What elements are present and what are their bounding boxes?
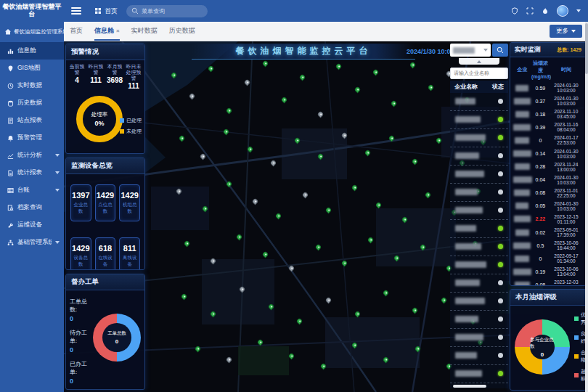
tab-信息舱[interactable]: 信息舱× <box>94 22 120 41</box>
map-pin-offline[interactable] <box>301 191 309 198</box>
company-row[interactable] <box>450 166 508 184</box>
sidebar-item-台账[interactable]: 台账 <box>0 181 64 199</box>
map-pin-offline[interactable] <box>189 93 196 100</box>
map-pin-offline[interactable] <box>270 160 277 167</box>
realtime-row[interactable]: 0.022023-09-01 17:39:00 <box>510 226 586 239</box>
map-pin-online[interactable] <box>401 216 408 223</box>
list-horizontal-scrollbar[interactable] <box>453 385 486 388</box>
company-name-input[interactable] <box>450 68 508 79</box>
menu-search-input[interactable]: 菜单查询 <box>126 5 208 17</box>
realtime-row[interactable]: 2.222023-12-15 01:11:00 <box>510 213 586 226</box>
company-row[interactable] <box>450 256 508 274</box>
company-row[interactable] <box>450 202 508 220</box>
map-pin-offline[interactable] <box>288 265 295 272</box>
realtime-row[interactable]: 0.192023-10-06 13:04:00 <box>510 265 586 278</box>
realtime-row[interactable]: 0.372024-01-30 10:03:00 <box>510 94 586 107</box>
flame-icon[interactable] <box>542 7 549 15</box>
map-pin-online[interactable] <box>340 259 348 266</box>
realtime-row[interactable]: 0.082023-11-01 22:25:00 <box>510 187 586 200</box>
badge-icon[interactable] <box>511 7 518 15</box>
sidebar-item-历史数据[interactable]: 历史数据 <box>0 94 64 112</box>
company-row[interactable] <box>450 220 508 238</box>
realtime-row[interactable]: 0.392023-11-16 08:04:00 <box>510 121 586 134</box>
sidebar-item-信息舱[interactable]: 信息舱 <box>0 42 64 60</box>
sidebar-item-站点报表[interactable]: 站点报表 <box>0 112 64 129</box>
map-pin-online[interactable] <box>184 240 191 248</box>
map-pin-online[interactable] <box>181 293 188 300</box>
map-pin-online[interactable] <box>317 152 324 160</box>
map-pin-offline[interactable] <box>244 79 251 86</box>
map-pin-online[interactable] <box>319 363 327 370</box>
nav-home-tab[interactable]: 首页 <box>94 7 118 16</box>
map-pin-online[interactable] <box>293 136 301 144</box>
map-pin-online[interactable] <box>391 100 398 107</box>
map-pin-online[interactable] <box>225 107 232 114</box>
map-pin-online[interactable] <box>440 296 447 303</box>
tab-历史数据[interactable]: 历史数据 <box>169 22 195 41</box>
realtime-row[interactable]: 0.042024-01-30 10:03:00 <box>510 173 586 187</box>
map-pin-online[interactable] <box>194 346 201 353</box>
map-pin-online[interactable] <box>367 237 374 244</box>
fullscreen-icon[interactable] <box>526 7 534 15</box>
map-pin-online[interactable] <box>354 310 361 317</box>
map-pin-online[interactable] <box>280 97 287 104</box>
map-pin-online[interactable] <box>257 338 264 346</box>
company-row[interactable] <box>450 238 508 256</box>
map-pin-online[interactable] <box>427 84 434 91</box>
realtime-row[interactable]: 0.282023-11-24 13:00:00 <box>510 160 586 173</box>
map-pin-online[interactable] <box>202 205 209 213</box>
map-pin-online[interactable] <box>171 72 178 79</box>
map-pin-offline[interactable] <box>210 258 217 265</box>
map-pin-offline[interactable] <box>251 198 258 205</box>
map-pin-online[interactable] <box>288 352 295 359</box>
map-pin-online[interactable] <box>420 244 427 251</box>
map-pin-offline[interactable] <box>225 356 232 363</box>
company-row[interactable] <box>450 147 508 166</box>
more-button[interactable]: 更多 <box>550 25 582 38</box>
map-pin-online[interactable] <box>325 207 332 214</box>
company-row[interactable] <box>450 274 508 293</box>
map-pin-online[interactable] <box>210 310 217 317</box>
map-pin-offline[interactable] <box>238 286 245 293</box>
tab-首页[interactable]: 首页 <box>70 22 83 41</box>
map-pin-online[interactable] <box>223 128 230 135</box>
map-pin-online[interactable] <box>335 63 343 70</box>
menu-toggle-icon[interactable] <box>71 7 81 15</box>
map-pin-online[interactable] <box>414 346 421 353</box>
sidebar-group-header[interactable]: 餐饮油烟监控管理系统 <box>0 22 64 42</box>
map-pin-online[interactable] <box>383 356 390 363</box>
company-search-button[interactable] <box>492 44 508 57</box>
realtime-row[interactable]: 0.142024-01-30 10:03:00 <box>510 147 586 160</box>
collapse-panel-tab[interactable] <box>459 58 499 65</box>
map-pin-online[interactable] <box>275 212 282 219</box>
company-row[interactable] <box>450 365 508 383</box>
sidebar-item-基础管理系统[interactable]: 基础管理系统 <box>0 234 64 251</box>
tab-实时数据[interactable]: 实时数据 <box>131 22 158 41</box>
map-pin-online[interactable] <box>178 135 185 142</box>
map-pin-online[interactable] <box>435 136 442 144</box>
realtime-row[interactable]: 02022-09-17 01:34:00 <box>510 252 586 265</box>
map-pin-online[interactable] <box>372 68 380 75</box>
map-pin-online[interactable] <box>296 317 303 324</box>
sidebar-item-统计报表[interactable]: 统计报表 <box>0 164 64 181</box>
sidebar-item-统计分析[interactable]: 统计分析 <box>0 147 64 164</box>
avatar[interactable] <box>557 5 568 17</box>
realtime-row[interactable]: 02024-01-17 22:53:00 <box>510 134 586 147</box>
map-pin-online[interactable] <box>375 202 382 209</box>
map-pin-online[interactable] <box>207 65 214 72</box>
sidebar-item-运维设备[interactable]: 运维设备 <box>0 216 64 234</box>
map-pin-offline[interactable] <box>317 110 324 118</box>
map-pin-online[interactable] <box>351 184 359 192</box>
map-pin-online[interactable] <box>225 181 232 188</box>
map-pin-online[interactable] <box>383 289 390 296</box>
sidebar-item-实时数据[interactable]: 实时数据 <box>0 77 64 94</box>
map-pin-online[interactable] <box>298 73 306 81</box>
chevron-down-icon[interactable] <box>576 9 581 12</box>
map-pin-online[interactable] <box>388 135 395 142</box>
company-row[interactable] <box>450 111 508 129</box>
company-row[interactable] <box>450 329 508 347</box>
realtime-row[interactable]: 0.052024-01-30 10:03:00 <box>510 200 586 213</box>
map-pin-online[interactable] <box>393 254 400 261</box>
realtime-row[interactable]: 0.082023-12-03 12:47:00 <box>510 278 586 286</box>
map-pin-online[interactable] <box>262 60 269 67</box>
